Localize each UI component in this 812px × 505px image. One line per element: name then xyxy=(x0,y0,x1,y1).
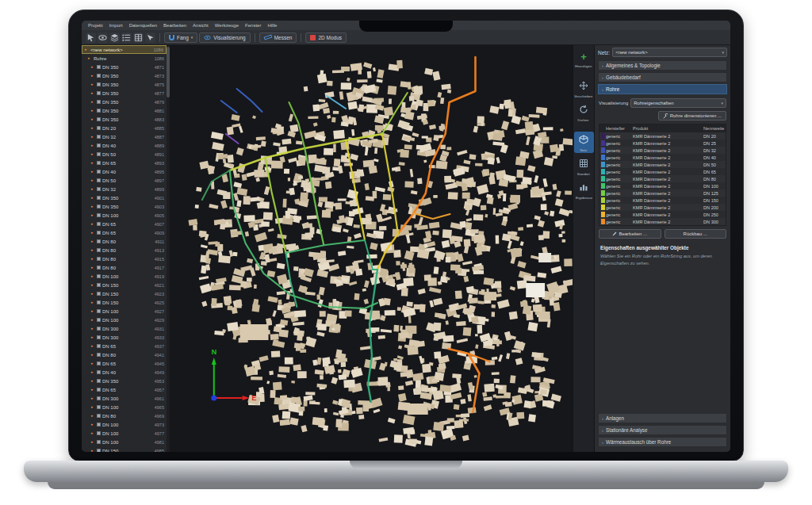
tree-row[interactable]: DN 654909 xyxy=(82,228,167,237)
expand-caret-icon[interactable] xyxy=(91,143,95,147)
tree-row[interactable]: DN 654957 xyxy=(82,385,167,394)
tree-row[interactable]: DN 804915 xyxy=(82,254,167,263)
menu-item[interactable]: Bearbeiten xyxy=(160,21,190,30)
header-hersteller[interactable]: Hersteller xyxy=(606,126,633,131)
menu-item[interactable]: Ansicht xyxy=(190,21,212,30)
expand-caret-icon[interactable] xyxy=(91,292,95,296)
expand-caret-icon[interactable] xyxy=(91,109,95,113)
expand-caret-icon[interactable] xyxy=(91,370,95,374)
layers-icon[interactable] xyxy=(109,33,120,43)
section-stationaere-analyse[interactable]: Stationäre Analyse xyxy=(598,425,727,435)
header-produkt[interactable]: Produkt xyxy=(633,126,703,131)
expand-caret-icon[interactable] xyxy=(91,126,95,130)
tree-row[interactable]: DN 1004965 xyxy=(82,403,167,411)
expand-caret-icon[interactable] xyxy=(91,388,95,392)
expand-caret-icon[interactable] xyxy=(91,414,95,418)
menu-item[interactable]: Import xyxy=(106,21,126,30)
expand-caret-icon[interactable] xyxy=(91,327,95,331)
tree-row[interactable]: DN 804913 xyxy=(82,246,167,254)
section-allgemeines[interactable]: Allgemeines & Topologie xyxy=(598,60,727,71)
expand-caret-icon[interactable] xyxy=(91,65,95,69)
tree-row[interactable]: DN 804917 xyxy=(82,263,167,272)
tree-row[interactable]: DN 1504985 xyxy=(82,446,167,452)
expand-caret-icon[interactable] xyxy=(91,187,95,191)
pipe-table-row[interactable]: genericKMR Dämmserie 2DN 300 xyxy=(599,218,726,225)
pipe-table-row[interactable]: genericKMR Dämmserie 2DN 150 xyxy=(599,197,726,204)
expand-caret-icon[interactable] xyxy=(85,48,89,52)
tree-row[interactable]: DN 1504921 xyxy=(82,281,167,289)
tree-row[interactable]: DN 204885 xyxy=(82,124,167,132)
tree-row[interactable]: DN 3504871 xyxy=(82,63,167,71)
tree-row[interactable]: DN 3504901 xyxy=(82,193,167,202)
expand-caret-icon[interactable] xyxy=(91,353,95,357)
expand-caret-icon[interactable] xyxy=(91,362,95,365)
header-nennweite[interactable]: Nennweite xyxy=(703,126,726,131)
expand-caret-icon[interactable] xyxy=(91,449,95,452)
expand-caret-icon[interactable] xyxy=(91,248,95,252)
pipe-table-row[interactable]: genericKMR Dämmserie 2DN 65 xyxy=(599,168,726,175)
side-toolbar-standort[interactable]: Standort xyxy=(574,155,594,177)
expand-caret-icon[interactable] xyxy=(91,213,95,217)
expand-caret-icon[interactable] xyxy=(91,396,95,400)
tree-row[interactable]: DN 654907 xyxy=(82,220,167,228)
expand-caret-icon[interactable] xyxy=(91,283,95,287)
tree-row[interactable]: DN 3504877 xyxy=(82,89,167,98)
tree-row[interactable]: DN 324887 xyxy=(82,132,167,141)
expand-caret-icon[interactable] xyxy=(91,231,95,235)
expand-caret-icon[interactable] xyxy=(91,274,95,278)
expand-caret-icon[interactable] xyxy=(91,82,95,86)
pipe-table-row[interactable]: genericKMR Dämmserie 2DN 40 xyxy=(599,154,726,161)
pipe-table-row[interactable]: genericKMR Dämmserie 2DN 250 xyxy=(599,211,726,218)
rueckbau-button[interactable]: Rückbau ... xyxy=(665,229,727,239)
expand-caret-icon[interactable] xyxy=(91,178,95,182)
tree-row[interactable]: DN 3504875 xyxy=(82,80,167,89)
pointer-icon[interactable] xyxy=(145,33,155,43)
map-viewport[interactable]: NE xyxy=(170,45,573,452)
tree-row[interactable]: DN 1004973 xyxy=(82,420,167,429)
menu-item[interactable]: Datenquellen xyxy=(126,21,160,30)
menu-item[interactable]: Fenster xyxy=(242,21,264,30)
network-select[interactable]: <new network> xyxy=(612,48,727,57)
pipe-table-row[interactable]: genericKMR Dämmserie 2DN 80 xyxy=(599,175,726,182)
expand-caret-icon[interactable] xyxy=(91,440,95,444)
expand-caret-icon[interactable] xyxy=(91,170,95,174)
tree-row[interactable]: DN 654937 xyxy=(82,342,167,350)
pipe-table-row[interactable]: genericKMR Dämmserie 2DN 50 xyxy=(599,161,726,168)
tree-row[interactable]: DN 324899 xyxy=(82,185,167,193)
expand-caret-icon[interactable] xyxy=(91,74,95,78)
tree-row[interactable]: DN 3504883 xyxy=(82,115,167,124)
tree-scrollbar[interactable] xyxy=(167,45,170,452)
tree-row[interactable]: DN 1004929 xyxy=(82,316,167,324)
expand-caret-icon[interactable] xyxy=(91,117,95,121)
eye-icon[interactable] xyxy=(98,33,108,43)
select-tool-icon[interactable] xyxy=(86,33,96,43)
messen-button[interactable]: Messen xyxy=(259,33,297,43)
tree-row[interactable]: DN 804969 xyxy=(82,411,167,420)
expand-caret-icon[interactable] xyxy=(91,309,95,313)
tree-row[interactable]: DN 404889 xyxy=(82,141,167,150)
tree-row[interactable]: DN 3504879 xyxy=(82,98,167,106)
tree-row[interactable]: DN 804941 xyxy=(82,350,167,359)
expand-caret-icon[interactable] xyxy=(91,205,95,209)
tree-row[interactable]: DN 3504903 xyxy=(82,202,167,211)
section-rohre[interactable]: Rohre xyxy=(598,84,727,94)
tree-row[interactable]: DN 504891 xyxy=(82,150,167,159)
tree-row[interactable]: DN 1504923 xyxy=(82,289,167,298)
expand-caret-icon[interactable] xyxy=(91,344,95,348)
table-icon[interactable] xyxy=(133,33,144,43)
visualisierung-button[interactable]: Visualisierung xyxy=(199,33,250,43)
side-toolbar-ergebnisse[interactable]: Ergebnisse xyxy=(574,179,594,201)
tree-row[interactable]: DN 1504925 xyxy=(82,298,167,307)
expand-caret-icon[interactable] xyxy=(91,423,95,427)
expand-caret-icon[interactable] xyxy=(91,431,95,435)
expand-caret-icon[interactable] xyxy=(91,318,95,322)
expand-caret-icon[interactable] xyxy=(88,56,92,60)
menu-item[interactable]: Projekt xyxy=(85,21,106,30)
section-waermeaustausch[interactable]: Wärmeaustausch über Rohre xyxy=(598,437,727,447)
pipe-table-row[interactable]: genericKMR Dämmserie 2DN 100 xyxy=(599,182,726,189)
list-icon[interactable] xyxy=(121,33,132,43)
section-anlagen[interactable]: Anlagen xyxy=(598,413,727,423)
expand-caret-icon[interactable] xyxy=(91,405,95,409)
expand-caret-icon[interactable] xyxy=(91,300,95,304)
expand-caret-icon[interactable] xyxy=(91,91,95,95)
